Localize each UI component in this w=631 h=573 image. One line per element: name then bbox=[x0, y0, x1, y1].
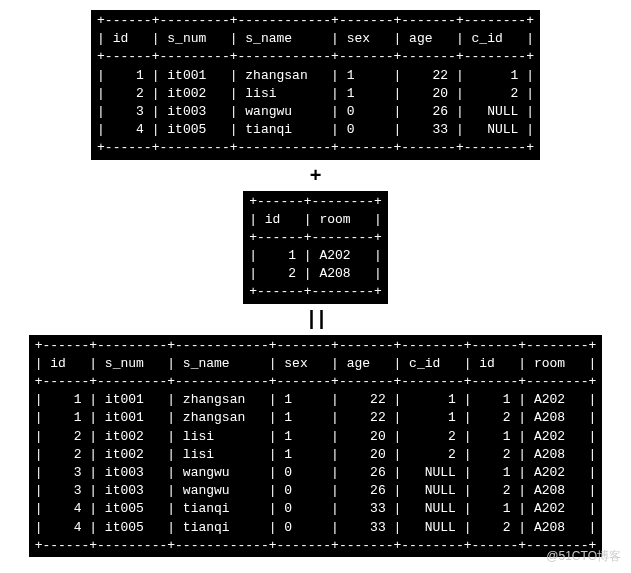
table-cross-join: +------+---------+------------+-------+-… bbox=[29, 335, 603, 557]
table-students: +------+---------+------------+-------+-… bbox=[91, 10, 540, 160]
equals-operator: || bbox=[305, 308, 325, 331]
plus-operator: + bbox=[310, 164, 322, 187]
table-rooms: +------+--------+ | id | room | +------+… bbox=[243, 191, 388, 304]
watermark: @51CTO博客 bbox=[546, 548, 621, 565]
